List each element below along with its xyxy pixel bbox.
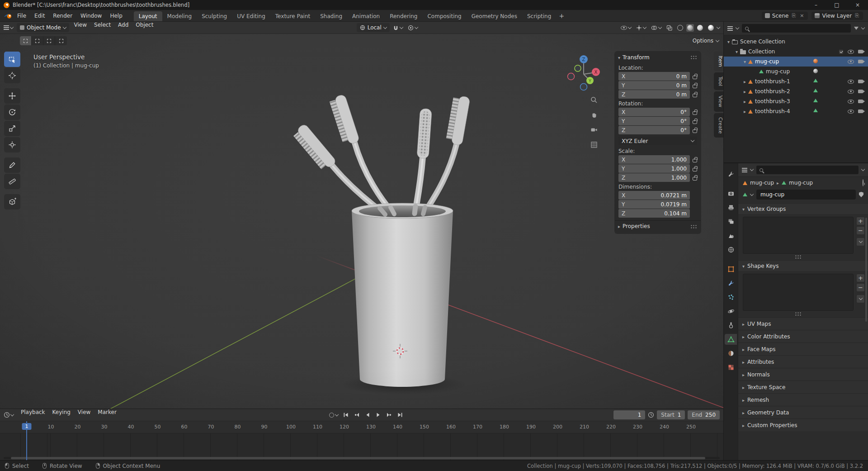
transform-panel-header[interactable]: Transform	[615, 52, 701, 63]
lock-icon[interactable]	[693, 159, 697, 162]
scene-selector[interactable]: Scene ⎘ ×	[762, 12, 808, 20]
close-button[interactable]: ×	[847, 0, 868, 10]
properties-scrollbar[interactable]	[865, 218, 867, 322]
timeline-menu-item[interactable]: Keying	[49, 409, 74, 421]
shading-rendered-button[interactable]	[706, 24, 716, 32]
lock-icon[interactable]	[693, 76, 697, 79]
tab-object[interactable]	[725, 264, 737, 275]
minimize-button[interactable]: –	[806, 0, 826, 10]
current-frame-field[interactable]: 1	[613, 410, 645, 419]
properties-editor-icon[interactable]	[742, 168, 747, 172]
properties-panel-header[interactable]: Texture Space	[738, 381, 868, 393]
proportional-editing-toggle[interactable]	[406, 24, 420, 32]
toggle-perspective-button[interactable]	[590, 141, 598, 149]
disable-render-icon[interactable]	[858, 60, 863, 63]
tab-world[interactable]	[725, 244, 737, 255]
start-frame-field[interactable]: Start1	[657, 410, 685, 419]
select-mode-subtract-button[interactable]	[43, 36, 55, 45]
workspace-tab[interactable]: Sculpting	[197, 11, 232, 21]
tab-tool[interactable]	[725, 169, 737, 180]
sidebar-tab[interactable]: Create	[714, 113, 723, 138]
disable-render-icon[interactable]	[858, 80, 863, 83]
measure-tool[interactable]	[4, 174, 20, 189]
disable-render-icon[interactable]	[858, 109, 863, 113]
next-keyframe-button[interactable]	[384, 410, 394, 419]
tab-object-data[interactable]	[725, 334, 737, 345]
auto-keying-toggle[interactable]	[327, 411, 340, 419]
add-shape-key-button[interactable]	[856, 274, 865, 282]
shading-solid-button[interactable]	[686, 24, 694, 32]
remove-shape-key-button[interactable]	[856, 283, 865, 292]
shape-keys-panel-header[interactable]: Shape Keys	[738, 260, 868, 271]
playhead[interactable]: 1	[26, 421, 27, 460]
workspace-tab[interactable]: Animation	[347, 11, 385, 21]
filter-icon[interactable]	[854, 27, 859, 30]
fake-user-shield-icon[interactable]	[859, 192, 863, 197]
hide-eye-icon[interactable]	[848, 90, 854, 94]
end-frame-field[interactable]: End250	[688, 410, 720, 419]
properties-subpanel-header[interactable]: Properties	[615, 220, 701, 232]
outliner-row-toothbrush-3[interactable]: toothbrush-3	[724, 96, 868, 106]
dimension-field[interactable]: Z0.104 m	[618, 209, 690, 218]
transform-tool[interactable]	[4, 137, 20, 152]
properties-panel-header[interactable]: Normals	[738, 368, 868, 381]
gizmos-dropdown[interactable]	[634, 24, 648, 32]
disable-render-icon[interactable]	[858, 50, 863, 53]
menu-item[interactable]: Edit	[30, 10, 49, 21]
timeline-ruler[interactable]: 1020304050607080901001101201301401501601…	[0, 421, 723, 460]
viewport-menu-item[interactable]: Add	[114, 22, 132, 33]
workspace-tab[interactable]: Shading	[315, 11, 347, 21]
properties-panel-header[interactable]: Remesh	[738, 393, 868, 406]
sidebar-tab[interactable]: Tool	[714, 72, 723, 90]
expand-icon[interactable]	[727, 38, 730, 45]
lock-icon[interactable]	[693, 94, 697, 97]
play-button[interactable]	[373, 410, 383, 419]
navigation-gizmo[interactable]: Z X Y	[564, 52, 603, 93]
outliner-row-scene-collection[interactable]: Scene Collection	[724, 37, 868, 47]
mode-select[interactable]: Object Mode	[17, 23, 69, 32]
expand-icon[interactable]	[744, 98, 746, 105]
vertex-groups-panel-header[interactable]: Vertex Groups	[738, 203, 868, 214]
pan-hand-button[interactable]	[590, 111, 598, 119]
disable-render-icon[interactable]	[858, 90, 863, 93]
tab-output[interactable]	[725, 202, 737, 213]
transform-orientation-select[interactable]: Local	[357, 23, 390, 32]
hide-eye-icon[interactable]	[848, 60, 854, 64]
location-field[interactable]: X0 m	[618, 72, 690, 81]
cursor-tool[interactable]	[4, 68, 20, 83]
tab-particles[interactable]	[725, 292, 737, 303]
select-mode-extend-button[interactable]	[32, 36, 43, 45]
lock-icon[interactable]	[693, 85, 697, 88]
expand-icon[interactable]	[744, 108, 746, 114]
properties-panel-header[interactable]: Color Attributes	[738, 330, 868, 343]
tab-constraints[interactable]	[725, 320, 737, 331]
prev-keyframe-button[interactable]	[352, 410, 362, 419]
rotate-tool[interactable]	[4, 105, 20, 120]
outliner-row-collection[interactable]: Collection	[724, 47, 868, 57]
pin-icon[interactable]	[863, 179, 863, 186]
tab-scene[interactable]	[725, 230, 737, 241]
dimension-field[interactable]: Y0.0719 m	[618, 200, 690, 209]
lock-icon[interactable]	[693, 111, 697, 115]
rotation-mode-select[interactable]: XYZ Euler	[618, 137, 697, 145]
hide-eye-icon[interactable]	[848, 100, 854, 104]
viewport-menu-item[interactable]: Select	[90, 22, 114, 33]
jump-to-end-button[interactable]	[395, 410, 405, 419]
lock-icon[interactable]	[693, 129, 697, 133]
rotation-field[interactable]: Z0°	[618, 126, 690, 134]
axis-minus-x-ball[interactable]	[568, 73, 575, 80]
scale-tool[interactable]	[4, 121, 20, 136]
resize-grip-icon[interactable]	[795, 312, 802, 316]
menu-item[interactable]: Render	[49, 10, 76, 21]
outliner-row-mug-cup-data[interactable]: mug-cup	[724, 67, 868, 76]
outliner-editor-icon[interactable]	[727, 26, 733, 31]
vertex-groups-list[interactable]	[743, 217, 854, 254]
location-field[interactable]: Z0 m	[618, 90, 690, 99]
workspace-tab[interactable]: Layout	[134, 11, 162, 21]
sidebar-tab[interactable]: Item	[714, 52, 723, 71]
workspace-tab[interactable]: UV Editing	[232, 11, 270, 21]
editor-type-chevron-icon[interactable]	[736, 26, 739, 29]
vertex-group-specials-button[interactable]	[856, 238, 865, 246]
shape-key-specials-button[interactable]	[856, 295, 865, 303]
workspace-tab[interactable]: Modeling	[162, 11, 197, 21]
